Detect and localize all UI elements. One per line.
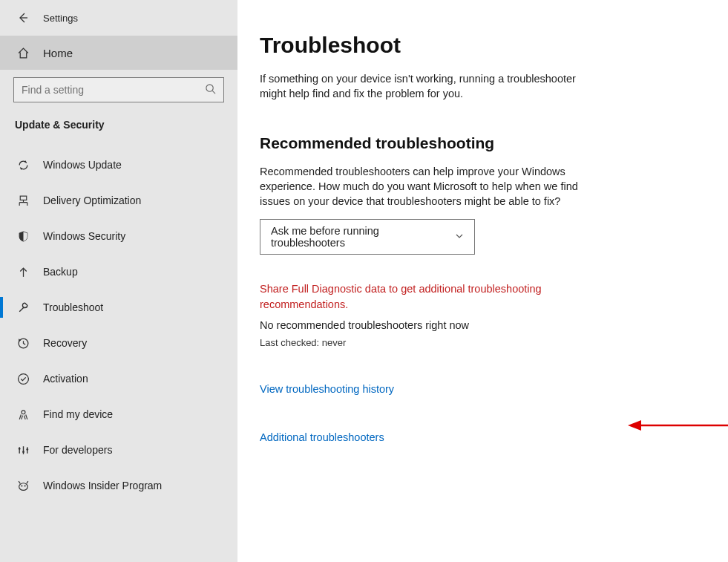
svg-point-14 <box>26 448 28 451</box>
back-icon[interactable] <box>16 11 30 24</box>
sidebar-home[interactable]: Home <box>0 36 237 70</box>
svg-point-13 <box>22 451 24 453</box>
sidebar-item-label: Find my device <box>43 408 113 420</box>
sidebar-list: Windows Update Delivery Optimization Win… <box>0 140 237 503</box>
sidebar-item-windows-insider[interactable]: Windows Insider Program <box>0 468 237 503</box>
sidebar-item-recovery[interactable]: Recovery <box>0 325 237 361</box>
svg-point-16 <box>21 485 22 486</box>
sidebar-item-label: Activation <box>43 373 88 385</box>
search-icon <box>205 83 216 97</box>
sidebar-item-backup[interactable]: Backup <box>0 254 237 290</box>
search-input[interactable] <box>22 84 200 96</box>
sidebar-item-label: Recovery <box>43 337 87 349</box>
svg-point-7 <box>18 373 28 384</box>
recommended-heading: Recommended troubleshooting <box>260 134 701 152</box>
svg-point-8 <box>22 410 25 414</box>
sidebar-item-windows-update[interactable]: Windows Update <box>0 147 237 183</box>
findmydevice-icon <box>16 408 30 421</box>
sidebar-item-label: Windows Security <box>43 230 125 242</box>
sidebar-item-troubleshoot[interactable]: Troubleshoot <box>0 290 237 325</box>
backup-icon <box>16 265 30 278</box>
svg-point-12 <box>18 447 20 449</box>
sidebar-item-label: Troubleshoot <box>43 301 103 313</box>
svg-point-15 <box>19 483 27 490</box>
no-recommendations-text: No recommended troubleshooters right now <box>260 319 701 331</box>
last-checked-text: Last checked: never <box>260 337 701 348</box>
sidebar-item-label: For developers <box>43 444 112 456</box>
sidebar-item-label: Backup <box>43 266 78 278</box>
view-troubleshooting-history-link[interactable]: View troubleshooting history <box>260 383 394 395</box>
search-box[interactable] <box>13 77 224 102</box>
intro-text: If something on your device isn't workin… <box>260 71 586 102</box>
sidebar-section-title: Update & Security <box>0 114 237 140</box>
sidebar-item-label: Windows Insider Program <box>43 480 162 491</box>
activation-icon <box>16 372 30 385</box>
sidebar-item-for-developers[interactable]: For developers <box>0 432 237 468</box>
svg-rect-3 <box>20 196 27 200</box>
sidebar-item-delivery-optimization[interactable]: Delivery Optimization <box>0 183 237 218</box>
troubleshoot-preference-dropdown[interactable]: Ask me before running troubleshooters <box>260 219 475 255</box>
main-content: Troubleshoot If something on your device… <box>237 0 728 562</box>
sidebar-item-find-my-device[interactable]: Find my device <box>0 396 237 432</box>
insider-icon <box>16 479 30 492</box>
dropdown-value: Ask me before running troubleshooters <box>271 225 455 249</box>
sidebar-item-label: Windows Update <box>43 159 122 171</box>
sidebar-item-windows-security[interactable]: Windows Security <box>0 218 237 254</box>
page-title: Troubleshoot <box>260 33 701 58</box>
delivery-icon <box>16 194 30 207</box>
recommended-body: Recommended troubleshooters can help imp… <box>260 164 586 209</box>
sidebar: Settings Home Update & Security Windo <box>0 0 237 562</box>
svg-line-2 <box>212 91 215 94</box>
sidebar-header: Settings <box>0 7 237 36</box>
wrench-icon <box>16 301 30 314</box>
svg-point-1 <box>206 84 213 91</box>
svg-point-17 <box>24 485 25 486</box>
search-wrap <box>0 70 237 114</box>
sidebar-item-label: Delivery Optimization <box>43 195 141 206</box>
recovery-icon <box>16 336 30 350</box>
sidebar-home-label: Home <box>43 47 73 59</box>
share-diagnostic-link[interactable]: Share Full Diagnostic data to get additi… <box>260 281 586 312</box>
sidebar-item-activation[interactable]: Activation <box>0 361 237 396</box>
app-title: Settings <box>43 13 78 24</box>
shield-icon <box>16 229 30 243</box>
refresh-icon <box>16 158 30 171</box>
developers-icon <box>16 443 30 457</box>
additional-troubleshooters-link[interactable]: Additional troubleshooters <box>260 431 384 443</box>
home-icon <box>16 46 30 59</box>
chevron-down-icon <box>455 231 464 243</box>
